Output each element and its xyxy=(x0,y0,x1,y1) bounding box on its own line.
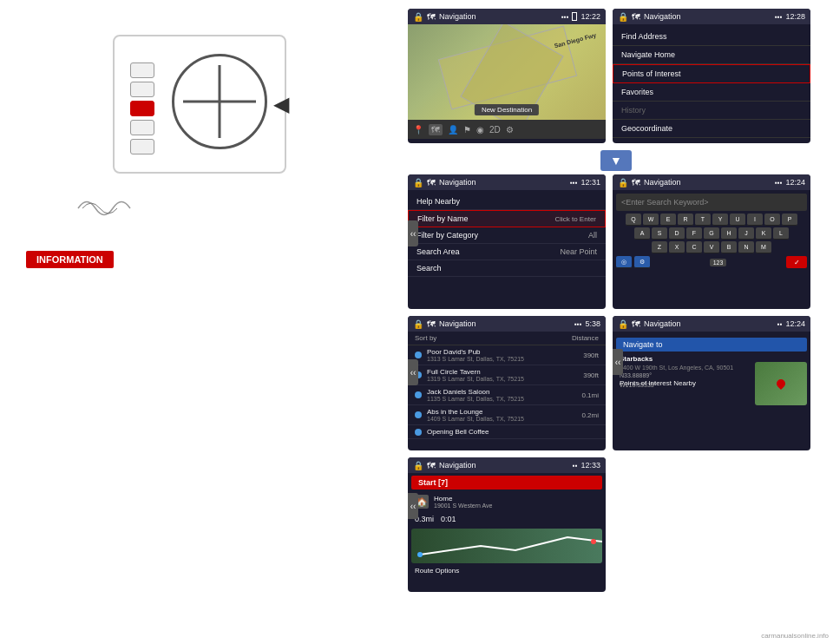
key-z[interactable]: Z xyxy=(652,241,667,253)
result-info-1: Poor David's Pub 1313 S Lamar St, Dallas… xyxy=(427,348,583,362)
keyboard-row-3: Z X C V B N M xyxy=(613,240,810,254)
menu-geocoordinate[interactable]: Geocoordinate xyxy=(613,120,810,138)
key-g[interactable]: G xyxy=(704,227,719,240)
button-1[interactable] xyxy=(130,62,154,78)
screen-row-4: 🔒 🗺 Navigation ▪▪ 12:33 Start [7] 🏠 Home… xyxy=(408,457,824,592)
poi-icon[interactable]: ◉ xyxy=(476,125,484,135)
screen4-header: 🔒 🗺 Navigation ▪▪▪ 12:24 xyxy=(613,174,810,190)
key-special-2[interactable]: ⚙ xyxy=(634,256,650,268)
filter-help-nearby[interactable]: Help Nearby xyxy=(408,194,606,210)
map-view: San Diego Fwy New Destination xyxy=(408,24,606,120)
steering-wheel-circle xyxy=(172,54,267,149)
key-m[interactable]: M xyxy=(756,241,771,253)
key-f[interactable]: F xyxy=(686,227,702,240)
screen5-wrapper: 🔒 🗺 Navigation ▪▪▪ 5:38 Sort by Distance… xyxy=(408,316,606,450)
key-v[interactable]: V xyxy=(704,241,719,253)
result-item-1[interactable]: Poor David's Pub 1313 S Lamar St, Dallas… xyxy=(408,345,606,365)
left-arrow-button-2[interactable]: ‹‹ xyxy=(408,359,418,385)
result-item-5[interactable]: Opening Bell Coffee xyxy=(408,425,606,439)
lock-icon-6: 🔒 xyxy=(618,319,628,329)
signal-icon-5: ▪▪▪ xyxy=(574,320,582,328)
filter-by-category[interactable]: Filter by Category All xyxy=(408,227,606,244)
key-j[interactable]: J xyxy=(738,227,754,240)
navigate-to-label[interactable]: Navigate to xyxy=(616,338,807,352)
view-icon[interactable]: 2D xyxy=(489,125,501,135)
key-numbers[interactable]: 123 xyxy=(710,259,727,266)
key-a[interactable]: A xyxy=(634,227,650,240)
key-n[interactable]: N xyxy=(738,241,754,253)
key-t[interactable]: T xyxy=(695,214,711,226)
key-b[interactable]: B xyxy=(721,241,737,253)
keyboard-search-bar[interactable]: <Enter Search Keyword> xyxy=(616,194,807,211)
key-w[interactable]: W xyxy=(643,214,659,226)
new-destination-button[interactable]: New Destination xyxy=(475,104,539,115)
key-r[interactable]: R xyxy=(678,214,693,226)
signal-icon-2: ▪▪▪ xyxy=(775,13,783,21)
key-k[interactable]: K xyxy=(756,227,771,240)
key-p[interactable]: P xyxy=(782,214,797,226)
watermark: carmanualsonline.info xyxy=(761,632,829,640)
key-o[interactable]: O xyxy=(764,214,780,226)
key-enter[interactable]: ✓ xyxy=(786,256,807,268)
key-h[interactable]: H xyxy=(721,227,737,240)
map-icon-5: 🗺 xyxy=(427,319,436,329)
button-highlighted[interactable] xyxy=(130,101,154,116)
left-arrow-button-3[interactable]: ‹‹ xyxy=(613,349,623,375)
key-c[interactable]: C xyxy=(686,241,702,253)
lock-icon-4: 🔒 xyxy=(618,178,628,187)
person-icon[interactable]: 👤 xyxy=(448,125,458,135)
route-options-label[interactable]: Route Options xyxy=(408,565,606,576)
key-i[interactable]: I xyxy=(747,214,763,226)
route-stats: 0.3mi 0:01 xyxy=(408,511,606,527)
key-special-1[interactable]: ◎ xyxy=(616,256,632,268)
map-icon: 🗺 xyxy=(427,12,436,22)
key-y[interactable]: Y xyxy=(712,214,728,226)
key-l[interactable]: L xyxy=(773,227,789,240)
step-indicator-1: ▼ xyxy=(408,150,824,171)
key-e[interactable]: E xyxy=(660,214,676,226)
filter-search[interactable]: Search xyxy=(408,260,606,277)
lock-icon-7: 🔒 xyxy=(413,461,423,470)
menu-navigate-home[interactable]: Navigate Home xyxy=(613,46,810,64)
filter-by-name[interactable]: Filter by Name Click to Enter xyxy=(408,210,606,227)
menu-find-address[interactable]: Find Address xyxy=(613,28,810,46)
key-u[interactable]: U xyxy=(730,214,745,226)
screen7-header: 🔒 🗺 Navigation ▪▪ 12:33 xyxy=(408,457,606,473)
home-address: 19001 S Western Ave xyxy=(434,503,492,509)
key-x[interactable]: X xyxy=(669,241,685,253)
sort-value: Distance xyxy=(572,334,599,342)
info-section: INFORMATION xyxy=(17,242,382,277)
signal-icon-3: ▪▪▪ xyxy=(570,179,578,187)
keyboard-row-2: A S D F G H J K L xyxy=(613,227,810,240)
menu-history[interactable]: History xyxy=(613,102,810,120)
settings-icon[interactable]: ⚙ xyxy=(506,125,514,135)
screen1-header: 🔒 🗺 Navigation ▪▪▪ 12:22 xyxy=(408,9,606,24)
nav-screen-menu: 🔒 🗺 Navigation ▪▪▪ 12:28 Find Address Na… xyxy=(613,9,810,143)
button-2[interactable] xyxy=(130,82,154,97)
button-4[interactable] xyxy=(130,120,154,135)
key-d[interactable]: D xyxy=(669,227,685,240)
active-tool[interactable]: 🗺 xyxy=(429,124,443,135)
result-item-3[interactable]: Jack Daniels Saloon 1135 S Lamar St, Dal… xyxy=(408,385,606,405)
map-icon-2: 🗺 xyxy=(632,12,640,22)
nav-screen-navigate-to: 🔒 🗺 Navigation ▪▪ 12:24 Navigate to Star… xyxy=(613,316,810,450)
arrow-pointer: ◀ xyxy=(273,92,289,116)
menu-favorites[interactable]: Favorites xyxy=(613,83,810,102)
left-arrow-button-4[interactable]: ‹‹ xyxy=(408,493,418,519)
result-item-2[interactable]: Full Circle Tavern 1319 S Lamar St, Dall… xyxy=(408,365,606,385)
result-item-4[interactable]: Abs in the Lounge 1409 S Lamar St, Dalla… xyxy=(408,405,606,425)
kb-special-keys: ◎ ⚙ xyxy=(616,256,650,268)
navigate-to-content: Navigate to Starbacks 1400 W 190th St, L… xyxy=(613,332,810,393)
filter-content: Help Nearby Filter by Name Click to Ente… xyxy=(408,190,606,280)
filter-search-area[interactable]: Search Area Near Point xyxy=(408,244,606,260)
key-q[interactable]: Q xyxy=(626,214,641,226)
place-address: 1400 W 190th St, Los Angeles, CA, 90501 xyxy=(613,365,740,371)
menu-points-of-interest[interactable]: Points of Interest xyxy=(613,64,810,83)
start-button[interactable]: Start [7] xyxy=(411,476,602,490)
flag-icon[interactable]: ⚑ xyxy=(463,125,471,135)
button-5[interactable] xyxy=(130,139,154,154)
result-dot-1 xyxy=(415,352,422,358)
key-s[interactable]: S xyxy=(652,227,667,240)
location-icon[interactable]: 📍 xyxy=(413,125,423,135)
left-arrow-button[interactable]: ‹‹ xyxy=(408,220,418,246)
